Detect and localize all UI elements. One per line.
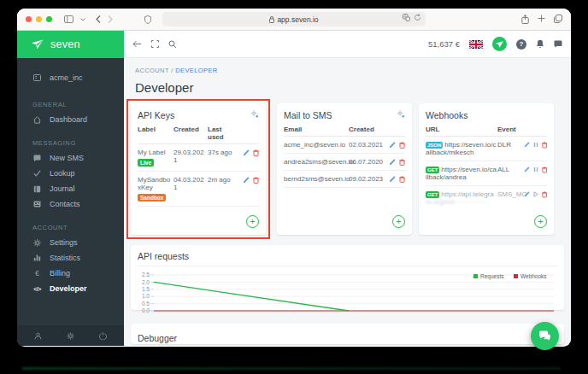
address-bar[interactable]: app.seven.io A	[162, 12, 426, 26]
chart-legend: Requests Webhooks	[473, 273, 547, 280]
sidebar-item-workspace[interactable]: acme_inc	[17, 70, 124, 85]
y-tick: 1.5	[142, 286, 150, 292]
mail-address: bernd2sms@seven.io	[284, 175, 349, 183]
delete-trash-icon[interactable]	[399, 176, 405, 183]
fullscreen-icon[interactable]	[151, 40, 159, 48]
share-icon[interactable]	[521, 15, 529, 24]
webhook-url: https://api.telegra	[441, 190, 493, 198]
tab-overview-icon[interactable]	[554, 15, 562, 24]
mail-to-sms-settings-icon[interactable]	[397, 110, 405, 118]
y-tick: 0.0	[142, 307, 150, 313]
edit-pencil-icon[interactable]	[389, 176, 396, 183]
sidebar-item-billing[interactable]: € Billing	[17, 266, 124, 281]
browser-window: app.seven.io A	[17, 9, 571, 347]
dashboard-label: Dashboard	[50, 115, 87, 124]
chat-widget-icon	[538, 330, 551, 342]
add-mail-button[interactable]: +	[392, 215, 405, 228]
y-tick: 1.0	[142, 293, 150, 299]
mail-address: andrea2sms@seven.io	[284, 158, 349, 166]
delete-trash-icon[interactable]	[399, 159, 405, 166]
close-window-button[interactable]	[26, 16, 32, 22]
webhooks-legend-label: Webhooks	[520, 273, 547, 279]
sidebar: seven acme_inc GENERAL Dashboard	[17, 31, 124, 346]
sidebar-item-dashboard[interactable]: Dashboard	[17, 112, 124, 127]
back-arrow-icon[interactable]	[132, 40, 142, 48]
minimize-window-button[interactable]	[36, 16, 42, 22]
reload-icon[interactable]	[414, 14, 421, 21]
app-logo[interactable]: seven	[17, 31, 124, 58]
api-key-last-used: 2m ago	[208, 176, 237, 202]
code-icon: </>	[32, 286, 42, 292]
requests-legend-swatch	[473, 274, 478, 278]
delete-trash-icon[interactable]	[542, 142, 548, 149]
sidebar-toggle-icon[interactable]	[64, 15, 74, 23]
live-badge: Live	[138, 159, 154, 167]
pause-icon[interactable]	[533, 167, 538, 172]
bar-chart-icon	[32, 254, 42, 261]
play-icon[interactable]	[533, 191, 538, 197]
add-api-key-button[interactable]: +	[246, 215, 259, 228]
delete-trash-icon[interactable]	[253, 149, 259, 156]
edit-pencil-icon[interactable]	[243, 149, 250, 156]
back-button[interactable]	[96, 15, 101, 23]
api-key-last-used: 37s ago	[208, 149, 237, 167]
edit-pencil-icon[interactable]	[389, 159, 396, 166]
sidebar-item-statistics[interactable]: Statistics	[17, 250, 124, 266]
notifications-bell-icon[interactable]	[536, 39, 544, 49]
contacts-label: Contacts	[50, 200, 80, 208]
sidebar-item-contacts[interactable]: Contacts	[17, 196, 124, 212]
chevron-down-icon[interactable]	[80, 18, 85, 21]
edit-pencil-icon[interactable]	[389, 142, 396, 149]
settings-label: Settings	[50, 238, 78, 247]
mail-address: acme_inc@seven.io	[284, 141, 349, 149]
webhook-row-disabled: GEThttps://api.telegra m.org/bot········…	[426, 186, 547, 210]
page-content: ACCOUNT / DEVELOPER Developer API Keys	[124, 58, 571, 346]
footer-gear-icon[interactable]	[67, 332, 74, 340]
edit-pencil-icon[interactable]	[243, 177, 250, 184]
window-glow-artifact	[22, 367, 561, 370]
language-flag-icon[interactable]	[469, 40, 483, 49]
delete-trash-icon[interactable]	[542, 167, 548, 173]
profile-icon[interactable]	[34, 332, 42, 340]
chat-bubble-icon	[32, 155, 42, 162]
chat-widget-button[interactable]	[531, 322, 559, 350]
sidebar-item-settings[interactable]: Settings	[17, 235, 124, 250]
sidebar-item-new-sms[interactable]: New SMS	[17, 150, 124, 166]
zoom-window-button[interactable]	[46, 16, 52, 22]
delete-trash-icon[interactable]	[253, 177, 259, 184]
sidebar-item-lookup[interactable]: Lookup	[17, 166, 124, 181]
new-tab-icon[interactable]	[538, 15, 545, 24]
user-avatar[interactable]	[492, 37, 507, 51]
pause-icon[interactable]	[533, 142, 538, 148]
edit-pencil-icon[interactable]	[524, 191, 530, 197]
api-keys-settings-icon[interactable]	[250, 110, 259, 118]
edit-pencil-icon[interactable]	[524, 167, 530, 172]
breadcrumb-account[interactable]: ACCOUNT	[135, 67, 169, 74]
company-icon	[32, 74, 42, 81]
debugger-title: Debugger	[138, 333, 177, 343]
browser-toolbar: app.seven.io A	[17, 9, 571, 31]
sidebar-item-developer[interactable]: </> Developer	[17, 281, 124, 296]
mail-created: 06.07.2020	[349, 158, 381, 166]
y-tick: 2.5	[142, 272, 150, 278]
y-tick: 0.5	[142, 301, 150, 307]
delete-trash-icon[interactable]	[399, 142, 405, 149]
screenshot-stage: app.seven.io A	[0, 0, 588, 374]
logo-text: seven	[50, 38, 80, 50]
api-key-label: My Label	[138, 149, 165, 156]
logout-icon[interactable]	[99, 332, 107, 340]
api-key-created: 04.03.2021	[173, 176, 208, 202]
forward-button[interactable]	[108, 15, 113, 23]
api-key-row: MySandboxKey Sandbox 04.03.2021 2m ago	[138, 172, 259, 207]
help-icon[interactable]: ?	[516, 39, 526, 50]
account-balance[interactable]: 51,637 €	[428, 39, 460, 49]
messages-icon[interactable]	[554, 40, 562, 48]
delete-trash-icon[interactable]	[542, 191, 548, 198]
translate-icon[interactable]: A	[403, 14, 410, 21]
sidebar-item-journal[interactable]: Journal	[17, 181, 124, 196]
journal-icon	[32, 185, 42, 193]
search-icon[interactable]	[168, 40, 177, 49]
edit-pencil-icon[interactable]	[524, 142, 530, 148]
privacy-shield-icon[interactable]	[144, 15, 151, 24]
add-webhook-button[interactable]: +	[534, 215, 547, 228]
